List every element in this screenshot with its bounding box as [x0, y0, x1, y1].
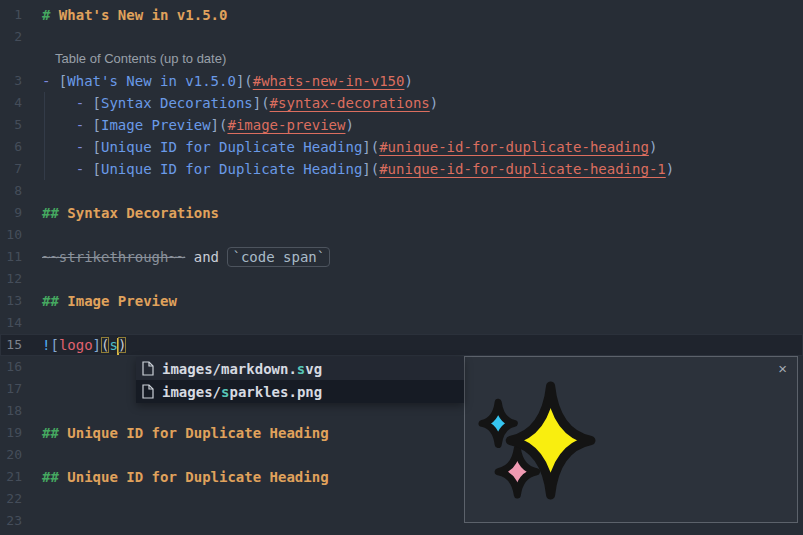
line-number: 20 — [0, 444, 30, 466]
line-number: 4 — [0, 92, 30, 114]
image-preview-popup: × — [464, 356, 798, 523]
line-number: 17 — [0, 378, 30, 400]
codelens-toc[interactable]: Table of Contents (up to date) — [42, 48, 803, 70]
file-icon — [142, 361, 154, 376]
editor-row: 6 - [Unique ID for Duplicate Heading](#u… — [0, 136, 803, 158]
line-number: 23 — [0, 510, 30, 532]
line-number: 7 — [0, 158, 30, 180]
suggest-label: images/markdown.svg — [162, 361, 322, 377]
editor-line[interactable]: - [What's New in v1.5.0](#whats-new-in-v… — [42, 70, 803, 92]
editor-line[interactable] — [42, 26, 803, 48]
editor-row: 11~~strikethrough~~ and `code span` — [0, 246, 803, 268]
line-number: 22 — [0, 488, 30, 510]
editor-row: 9## Syntax Decorations — [0, 202, 803, 224]
editor-line[interactable]: # What's New in v1.5.0 — [42, 4, 803, 26]
editor-line[interactable]: - [Image Preview](#image-preview) — [42, 114, 803, 136]
line-number: 11 — [0, 246, 30, 268]
line-number: 19 — [0, 422, 30, 444]
file-icon — [142, 384, 154, 399]
editor-row: 14 — [0, 312, 803, 334]
editor-row: 8 — [0, 180, 803, 202]
editor-line[interactable]: - [Syntax Decorations](#syntax-decoratio… — [42, 92, 803, 114]
close-icon[interactable]: × — [778, 361, 787, 376]
editor-line[interactable]: ## Image Preview — [42, 290, 803, 312]
line-number: 6 — [0, 136, 30, 158]
editor-row: 13## Image Preview — [0, 290, 803, 312]
suggest-item[interactable]: images/sparkles.png — [136, 380, 464, 403]
markdown-editor: 1# What's New in v1.5.02Table of Content… — [0, 0, 803, 535]
editor-line[interactable] — [42, 180, 803, 202]
editor-row: 1# What's New in v1.5.0 — [0, 4, 803, 26]
line-number: 9 — [0, 202, 30, 224]
editor-row: 12 — [0, 268, 803, 290]
editor-line[interactable] — [42, 312, 803, 334]
line-number: 15 — [0, 334, 30, 356]
editor-row: 7 - [Unique ID for Duplicate Heading](#u… — [0, 158, 803, 180]
suggest-item[interactable]: images/markdown.svg — [136, 357, 464, 380]
line-number: 2 — [0, 26, 30, 48]
editor-line[interactable]: - [Unique ID for Duplicate Heading](#uni… — [42, 158, 803, 180]
editor-row: 10 — [0, 224, 803, 246]
editor-line[interactable]: ![logo](s) — [42, 334, 803, 356]
editor-row: 5 - [Image Preview](#image-preview) — [0, 114, 803, 136]
editor-line[interactable]: - [Unique ID for Duplicate Heading](#uni… — [42, 136, 803, 158]
line-number: 21 — [0, 466, 30, 488]
line-number: 5 — [0, 114, 30, 136]
editor-row: 15![logo](s) — [0, 334, 803, 356]
line-number: 18 — [0, 400, 30, 422]
editor-line[interactable]: ## Syntax Decorations — [42, 202, 803, 224]
line-number: 14 — [0, 312, 30, 334]
sparkles-image — [475, 377, 601, 503]
line-number — [0, 48, 30, 70]
editor-row: 3- [What's New in v1.5.0](#whats-new-in-… — [0, 70, 803, 92]
editor-row: 4 - [Syntax Decorations](#syntax-decorat… — [0, 92, 803, 114]
editor-line[interactable]: ~~strikethrough~~ and `code span` — [42, 246, 803, 268]
line-number: 10 — [0, 224, 30, 246]
line-number: 12 — [0, 268, 30, 290]
line-number: 8 — [0, 180, 30, 202]
editor-row: Table of Contents (up to date) — [0, 48, 803, 70]
editor-line[interactable] — [42, 224, 803, 246]
editor-row: 2 — [0, 26, 803, 48]
line-number: 3 — [0, 70, 30, 92]
autocomplete-dropdown: images/markdown.svgimages/sparkles.png — [136, 357, 464, 403]
suggest-label: images/sparkles.png — [162, 384, 322, 400]
editor-line[interactable] — [42, 268, 803, 290]
line-number: 16 — [0, 356, 30, 378]
line-number: 1 — [0, 4, 30, 26]
line-number: 13 — [0, 290, 30, 312]
